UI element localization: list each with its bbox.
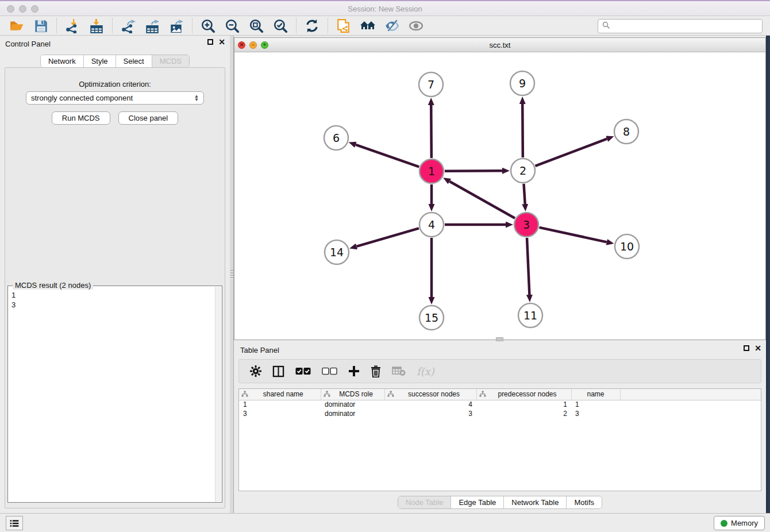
column-header-name[interactable]: name xyxy=(571,389,620,400)
show-hidden-icon[interactable] xyxy=(408,18,424,34)
import-table-icon[interactable] xyxy=(88,18,105,34)
edge-3-1[interactable] xyxy=(449,182,515,218)
node-label-1: 1 xyxy=(428,165,435,178)
tab-style[interactable]: Style xyxy=(83,55,116,67)
column-header-mcds-role[interactable]: MCDS role xyxy=(321,389,384,400)
network-resize-grip[interactable] xyxy=(496,337,503,341)
first-neighbors-icon[interactable] xyxy=(360,18,376,34)
refresh-layout-icon[interactable] xyxy=(304,18,320,34)
table-cell: dominator xyxy=(321,409,384,418)
table-cell-filler xyxy=(620,400,761,409)
result-line: 1 xyxy=(11,290,16,300)
edge-1-7[interactable] xyxy=(431,105,432,158)
network-from-selection-icon[interactable] xyxy=(336,18,352,34)
node-label-2: 2 xyxy=(519,164,526,177)
edge-2-8[interactable] xyxy=(536,139,607,166)
show-columns-icon[interactable] xyxy=(272,365,284,377)
edge-2-3[interactable] xyxy=(523,184,525,204)
select-all-icon[interactable] xyxy=(295,367,311,375)
optimization-criterion-label: Optimization criterion: xyxy=(5,80,225,88)
table-tabs: Node Table Edge Table Network Table Moti… xyxy=(234,496,766,509)
criterion-value: strongly connected component xyxy=(31,94,194,102)
float-table-panel-icon[interactable] xyxy=(744,345,749,351)
edge-1-6[interactable] xyxy=(356,145,419,167)
node-label-8: 8 xyxy=(623,125,630,138)
column-header-shared-name[interactable]: shared name xyxy=(239,389,321,400)
run-mcds-button[interactable]: Run MCDS xyxy=(52,111,110,125)
edge-3-11[interactable] xyxy=(527,238,529,295)
tab-select[interactable]: Select xyxy=(116,55,152,67)
function-builder-icon: f(x) xyxy=(417,365,434,377)
search-field[interactable] xyxy=(598,19,763,33)
column-type-icon xyxy=(241,391,248,398)
open-session-icon[interactable] xyxy=(9,18,25,34)
column-header-successor-nodes[interactable]: successor nodes xyxy=(384,389,476,400)
node-label-3: 3 xyxy=(523,218,530,231)
tab-motifs[interactable]: Motifs xyxy=(566,496,602,508)
table-cell: 3 xyxy=(571,409,620,418)
table-cell: 2 xyxy=(476,409,571,418)
close-panel-button[interactable]: Close panel xyxy=(118,111,179,125)
fit-content-icon[interactable] xyxy=(248,18,264,34)
save-session-icon[interactable] xyxy=(33,18,49,34)
table-cell: 1 xyxy=(239,400,321,409)
column-header-predecessor-nodes[interactable]: predecessor nodes xyxy=(476,389,571,400)
export-table-icon[interactable] xyxy=(144,18,160,34)
hide-selection-icon[interactable] xyxy=(384,18,400,34)
tab-node-table[interactable]: Node Table xyxy=(398,496,451,508)
table-settings-gear-icon[interactable] xyxy=(250,365,261,377)
search-icon xyxy=(602,21,610,31)
fx-label: f(x) xyxy=(417,365,434,377)
export-image-icon[interactable] xyxy=(168,18,184,34)
table-row[interactable]: 3dominator323 xyxy=(239,409,761,418)
table-row[interactable]: 1dominator411 xyxy=(239,400,761,409)
node-label-15: 15 xyxy=(425,311,438,324)
delete-column-icon[interactable] xyxy=(371,365,381,377)
edge-1-2[interactable] xyxy=(445,171,502,171)
optimization-criterion-select[interactable]: strongly connected component ▲▼ xyxy=(26,91,204,105)
zoom-selected-icon[interactable] xyxy=(272,18,288,34)
tab-edge-table[interactable]: Edge Table xyxy=(451,496,503,508)
table-cell: 1 xyxy=(571,400,620,409)
mcds-panel: Optimization criterion: strongly connect… xyxy=(5,67,225,508)
result-scrollbar[interactable] xyxy=(215,287,221,502)
column-type-icon xyxy=(479,391,486,398)
window-titlebar: Session: New Session xyxy=(0,0,770,16)
node-label-11: 11 xyxy=(523,309,537,322)
network-canvas[interactable]: 1234678910111415 xyxy=(234,52,765,340)
export-network-icon[interactable] xyxy=(120,18,136,34)
node-label-14: 14 xyxy=(330,246,344,259)
float-panel-icon[interactable] xyxy=(207,39,213,45)
node-label-6: 6 xyxy=(333,132,340,144)
unselect-all-icon[interactable] xyxy=(322,367,337,375)
memory-status-icon xyxy=(721,520,727,527)
zoom-in-icon[interactable] xyxy=(200,18,216,34)
result-line: 3 xyxy=(11,300,16,310)
edge-3-10[interactable] xyxy=(539,228,606,242)
close-table-panel-icon[interactable]: ✕ xyxy=(754,345,761,351)
network-title: scc.txt xyxy=(234,41,765,49)
edge-2-9[interactable] xyxy=(522,104,523,157)
mcds-result-group: MCDS result (2 nodes) 1 3 xyxy=(7,286,222,503)
memory-button[interactable]: Memory xyxy=(714,516,765,530)
tab-mcds[interactable]: MCDS xyxy=(152,55,189,67)
node-label-10: 10 xyxy=(620,240,634,253)
network-area: ✕ − + scc.txt 1234678910111415 Table Pan… xyxy=(234,36,766,513)
edge-4-14[interactable] xyxy=(357,228,419,246)
import-network-icon[interactable] xyxy=(64,18,80,34)
splitter-grip[interactable] xyxy=(230,270,233,279)
close-panel-icon[interactable]: ✕ xyxy=(218,39,225,45)
search-input[interactable] xyxy=(613,22,758,30)
tab-network[interactable]: Network xyxy=(41,55,83,67)
table-cell: 4 xyxy=(384,400,476,409)
table-cell: dominator xyxy=(321,400,384,409)
task-history-button[interactable] xyxy=(6,516,23,530)
add-column-icon[interactable] xyxy=(348,365,360,377)
control-panel: Control Panel ✕ Network Style Select MCD… xyxy=(0,36,230,513)
status-bar: Memory xyxy=(0,513,770,532)
toolbar-separator xyxy=(328,18,328,33)
panel-splitter[interactable] xyxy=(230,36,234,513)
toolbar-separator xyxy=(56,18,57,33)
zoom-out-icon[interactable] xyxy=(224,18,240,34)
tab-network-table[interactable]: Network Table xyxy=(503,496,566,508)
